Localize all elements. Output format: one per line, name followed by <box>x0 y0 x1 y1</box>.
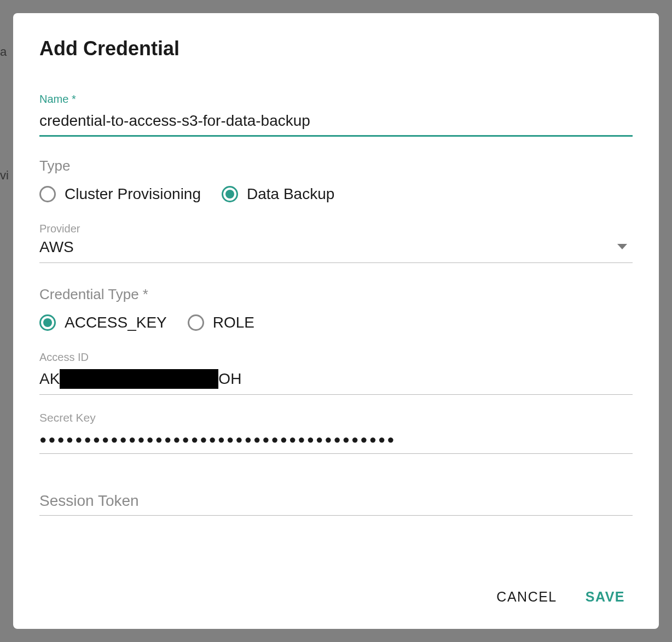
radio-label: ACCESS_KEY <box>65 314 167 331</box>
background-text: a <box>0 45 7 59</box>
radio-unchecked-icon <box>188 314 204 331</box>
credential-type-group: Credential Type ACCESS_KEY ROLE <box>39 286 633 351</box>
access-id-suffix: OH <box>218 370 241 388</box>
dialog-actions: CANCEL SAVE <box>39 585 633 609</box>
name-input[interactable] <box>39 109 633 137</box>
radio-access-key[interactable]: ACCESS_KEY <box>39 314 167 331</box>
save-button[interactable]: SAVE <box>583 585 627 609</box>
background-text: vi <box>0 168 9 183</box>
access-id-label: Access ID <box>39 351 633 364</box>
radio-checked-icon <box>222 186 238 202</box>
credential-type-radio-group: ACCESS_KEY ROLE <box>39 314 633 331</box>
provider-field: Provider AWS <box>39 223 633 286</box>
session-token-input[interactable] <box>39 487 633 516</box>
access-id-input[interactable]: AK OH <box>39 367 633 395</box>
type-group: Type Cluster Provisioning Data Backup <box>39 157 633 223</box>
add-credential-dialog: Add Credential Name Type Cluster Provisi… <box>13 13 659 629</box>
credential-type-label: Credential Type <box>39 286 633 303</box>
radio-label: Data Backup <box>247 185 334 203</box>
secret-key-field: Secret Key ●●●●●●●●●●●●●●●●●●●●●●●●●●●●●… <box>39 411 633 487</box>
provider-value: AWS <box>39 238 74 255</box>
dialog-title: Add Credential <box>39 37 633 60</box>
session-token-field <box>39 487 633 516</box>
chevron-down-icon <box>617 242 627 252</box>
access-id-prefix: AK <box>39 370 60 388</box>
radio-role[interactable]: ROLE <box>188 314 254 331</box>
radio-data-backup[interactable]: Data Backup <box>222 185 334 203</box>
cancel-button[interactable]: CANCEL <box>494 585 559 609</box>
provider-label: Provider <box>39 223 633 235</box>
radio-checked-icon <box>39 314 56 331</box>
access-id-field: Access ID AK OH <box>39 351 633 411</box>
secret-key-input[interactable]: ●●●●●●●●●●●●●●●●●●●●●●●●●●●●●●●●●●●●●●●● <box>39 428 633 454</box>
provider-select[interactable]: AWS <box>39 238 633 263</box>
name-field: Name <box>39 93 633 137</box>
radio-label: Cluster Provisioning <box>65 185 201 203</box>
radio-cluster-provisioning[interactable]: Cluster Provisioning <box>39 185 201 203</box>
secret-key-masked: ●●●●●●●●●●●●●●●●●●●●●●●●●●●●●●●●●●●●●●●● <box>39 430 633 449</box>
radio-unchecked-icon <box>39 186 56 202</box>
secret-key-label: Secret Key <box>39 411 633 424</box>
type-radio-group: Cluster Provisioning Data Backup <box>39 185 633 203</box>
redacted-block <box>60 369 218 389</box>
name-label: Name <box>39 93 633 106</box>
type-group-label: Type <box>39 157 633 174</box>
radio-label: ROLE <box>213 314 254 331</box>
